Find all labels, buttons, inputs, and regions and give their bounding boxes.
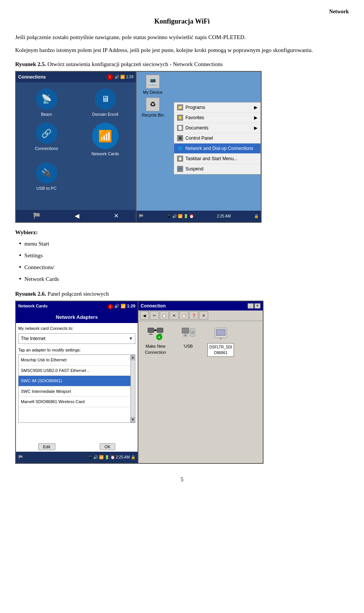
usb-icon-item[interactable]: 'USB	[175, 325, 201, 350]
dialog-toolbar: ◀ ✂ 📋 ✕ 📋 ❓ ✕	[138, 310, 263, 321]
recycle-bin-img: ♻	[146, 98, 160, 111]
toolbar-help-btn[interactable]: ❓	[189, 311, 198, 320]
wybierz-item-3: Connections/	[19, 262, 349, 273]
svg-rect-12	[191, 331, 194, 334]
dialog-close-button[interactable]: ×	[254, 303, 260, 309]
menu-favorites[interactable]: ⭐ Favorites ▶	[174, 113, 260, 123]
svg-rect-0	[148, 328, 154, 333]
start-icon-2[interactable]: 🏁	[18, 454, 23, 460]
make-new-connection-icon[interactable]: + Make New Connection	[142, 325, 169, 356]
netcards-bottom-taskbar: 🏁 📱 🔊 📶 🔋 ⏰ 2:25 AM 🔒	[16, 452, 138, 463]
dropdown-arrow-icon[interactable]: ▼	[129, 336, 133, 341]
svg-rect-2	[149, 334, 153, 335]
dsfltr-label-box: DSFLTR_SDIO86861	[207, 343, 234, 357]
connects-label: My network card Connects to:	[18, 325, 135, 332]
connections-screen: Connections 1 🔊 📶 1:28 📡 Beam 🖥 Domain E…	[15, 71, 136, 223]
svg-rect-8	[182, 328, 189, 333]
adapter-smsc[interactable]: SMSC9500 USB2.0 FAST Ethernet ..	[19, 366, 130, 376]
domain-enroll-icon-item[interactable]: 🖥 Domain Enroll	[78, 88, 132, 118]
menu-documents[interactable]: 📄 Documents ▶	[174, 123, 260, 133]
svg-rect-4	[159, 333, 161, 334]
netcards-title: Network Cards	[18, 303, 48, 309]
beam-icon-item[interactable]: 📡 Beam	[20, 88, 73, 118]
toolbar-delete-btn[interactable]: ✕	[169, 311, 179, 320]
figure1-caption: Rysunek 2.5. Otwórz ustawienia konfigura…	[15, 60, 349, 69]
close-icon[interactable]: ✕	[114, 211, 119, 221]
suspend-icon: 💤	[177, 166, 183, 172]
new-connection-img: +	[147, 325, 164, 342]
start-btn[interactable]: 🏁	[139, 213, 143, 219]
connections-icons: 📡 Beam 🖥 Domain Enroll 🔗 Connections 📶 N…	[16, 85, 136, 195]
minimize-button[interactable]: _	[248, 303, 254, 309]
svg-rect-14	[216, 329, 225, 336]
menu-network-connections[interactable]: 🌐 Network and Dial-up Connections	[174, 143, 260, 154]
menu-taskbar[interactable]: 📋 Taskbar and Start Menu...	[174, 154, 260, 164]
adapter-scrollbar[interactable]: ▲ ▼	[130, 355, 135, 422]
control-panel-icon: 🖥	[177, 135, 183, 141]
network-cards-icon-item[interactable]: 📶 Network Cards	[91, 123, 119, 157]
intro-para1: Jeśli połączenie zostało pomyślnie nawią…	[15, 33, 349, 42]
documents-icon: 📄	[177, 125, 183, 131]
scrollbar-down-icon[interactable]: ▼	[131, 417, 135, 422]
connections-icon: 🔗	[36, 123, 57, 144]
usb-to-pc-icon-item[interactable]: 🔌 USB to PC	[20, 162, 73, 192]
edit-button[interactable]: Edit	[38, 443, 55, 450]
netcards-badge: 1	[108, 304, 113, 309]
connections-icon-item[interactable]: 🔗 Connections	[20, 123, 73, 157]
my-device-img: 💻	[146, 75, 160, 88]
recycle-bin-icon[interactable]: ♻ Recycle Bin	[140, 98, 166, 118]
page-number: 5	[15, 475, 349, 484]
dialog-body: + Make New Connection 'USB	[138, 321, 263, 361]
start-icon[interactable]: 🏁	[33, 211, 41, 221]
wybierz-title: Wybierz:	[15, 228, 349, 237]
menu-control-panel[interactable]: 🖥 Control Panel	[174, 133, 260, 143]
toolbar-cut-btn[interactable]: ✂	[150, 311, 159, 320]
my-device-icon[interactable]: 💻 My Device	[140, 75, 166, 96]
menu-programs[interactable]: 📁 Programs ▶	[174, 102, 260, 113]
connections-taskbar: Connections 1 🔊 📶 1:28	[16, 72, 136, 82]
taskbar-icon: 📋	[177, 156, 183, 162]
desktop-taskbar: 🏁 📱 🔊 📶 🔋 ⏰ 2:25 AM 🔒	[136, 211, 261, 222]
netcards-header: Network Adapters	[16, 311, 138, 323]
make-new-connection-label: Make New Connection	[142, 343, 169, 356]
menu-suspend[interactable]: 💤 Suspend	[174, 164, 260, 174]
svg-point-15	[220, 338, 221, 339]
page-title: Konfiguracja WiFi	[15, 16, 349, 27]
toolbar-paste-btn[interactable]: 📋	[179, 311, 188, 320]
netcards-body: My network card Connects to: The Interne…	[16, 323, 138, 425]
wybierz-item-2: Settings	[19, 251, 349, 261]
adapter-marvell[interactable]: Marvell SDIO86861 Wireless Card	[19, 397, 130, 407]
usb-label: 'USB	[184, 343, 193, 350]
connections-title: Connections	[18, 74, 46, 80]
adapter-swc-im[interactable]: SWC IM (SDIO86861)	[19, 376, 130, 386]
connection-dialog: Connection _ × ◀ ✂ 📋 ✕ 📋 ❓ ✕	[138, 301, 264, 464]
toolbar-back-btn[interactable]: ◀	[140, 311, 149, 320]
svg-rect-1	[150, 333, 152, 334]
toolbar-x-btn[interactable]: ✕	[199, 311, 208, 320]
wybierz-list: menu Start Settings Connections/ Network…	[15, 239, 349, 284]
figure1-screenshots: Connections 1 🔊 📶 1:28 📡 Beam 🖥 Domain E…	[15, 71, 262, 223]
ok-button[interactable]: OK	[100, 443, 116, 450]
adapter-moschip[interactable]: Moschip Usb to Ethernet	[19, 355, 130, 366]
favorites-icon: ⭐	[177, 115, 183, 121]
programs-icon: 📁	[177, 104, 183, 110]
network-connections-icon: 🌐	[177, 145, 183, 151]
the-internet-text: The Internet	[21, 335, 46, 342]
toolbar-copy-btn[interactable]: 📋	[160, 311, 169, 320]
adapter-swc-intermediate[interactable]: SWC Intermediate Miniport	[19, 386, 130, 397]
wifi-icon: 📶	[92, 123, 119, 149]
svg-rect-9	[184, 333, 187, 336]
desktop-screen: 💻 My Device ♻ Recycle Bin 📁 Programs ▶ ⭐…	[136, 71, 262, 223]
network-label: Network	[329, 8, 349, 16]
scrollbar-up-icon[interactable]: ▲	[131, 355, 135, 360]
netcards-taskbar: Network Cards 1 🔊 📶 1:29	[16, 301, 138, 311]
intro-para2: Kolejnym bardzo istotnym polem jest IP A…	[15, 46, 349, 55]
adapter-list: Moschip Usb to Ethernet SMSC9500 USB2.0 …	[18, 355, 135, 423]
tap-adapter-label: Tap an adapter to modify settings:	[18, 347, 135, 353]
dsfltr-icon-item[interactable]: DSFLTR_SDIO86861	[207, 325, 234, 357]
beam-icon: 📡	[36, 88, 57, 110]
usb-pc-icon: 🔌	[36, 162, 57, 184]
svg-rect-3	[157, 328, 163, 333]
connects-to-box: The Internet ▼	[18, 333, 135, 344]
back-icon[interactable]: ◀	[75, 211, 79, 221]
